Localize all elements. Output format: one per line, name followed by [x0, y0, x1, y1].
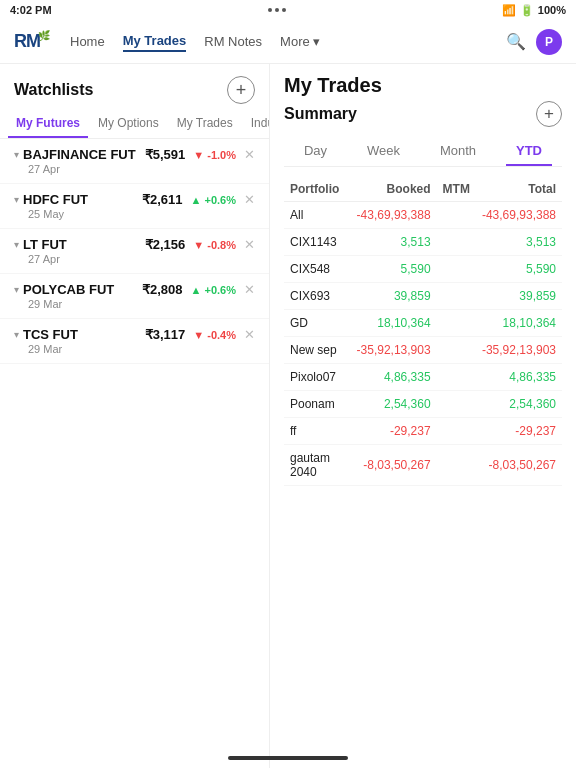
- cell-portfolio: Pixolo07: [284, 364, 351, 391]
- app-logo: RM🌿: [14, 31, 52, 52]
- watchlist-item-remove[interactable]: ✕: [244, 327, 255, 342]
- watchlist-item-change: ▼ -0.4%: [193, 329, 236, 341]
- navbar: RM🌿 Home My Trades RM Notes More ▾ 🔍 P: [0, 20, 576, 64]
- status-time: 4:02 PM: [10, 4, 52, 16]
- cell-mtm: [437, 391, 476, 418]
- table-row[interactable]: GD 18,10,364 18,10,364: [284, 310, 562, 337]
- cell-total: 4,86,335: [476, 364, 562, 391]
- watchlist-item-name: TCS FUT: [23, 327, 78, 342]
- table-row[interactable]: CIX1143 3,513 3,513: [284, 229, 562, 256]
- cell-portfolio: ff: [284, 418, 351, 445]
- watchlist-item-remove[interactable]: ✕: [244, 192, 255, 207]
- watchlist-item-name: LT FUT: [23, 237, 67, 252]
- table-row[interactable]: gautam 2040 -8,03,50,267 -8,03,50,267: [284, 445, 562, 486]
- watchlist-item-name: HDFC FUT: [23, 192, 88, 207]
- nav-my-trades[interactable]: My Trades: [123, 31, 187, 52]
- nav-more[interactable]: More ▾: [280, 32, 320, 51]
- cell-portfolio: Poonam: [284, 391, 351, 418]
- summary-header: Summary +: [284, 101, 562, 127]
- cell-booked: -43,69,93,388: [351, 202, 437, 229]
- cell-total: 18,10,364: [476, 310, 562, 337]
- cell-total: -29,237: [476, 418, 562, 445]
- cell-mtm: [437, 337, 476, 364]
- col-total: Total: [476, 177, 562, 202]
- tab-my-futures[interactable]: My Futures: [8, 110, 88, 138]
- chevron-down-icon: ▾: [14, 329, 19, 340]
- table-row[interactable]: Poonam 2,54,360 2,54,360: [284, 391, 562, 418]
- right-title: My Trades: [284, 74, 562, 97]
- cell-total: 3,513: [476, 229, 562, 256]
- chevron-down-icon: ▾: [14, 194, 19, 205]
- col-booked: Booked: [351, 177, 437, 202]
- cell-mtm: [437, 256, 476, 283]
- cell-mtm: [437, 445, 476, 486]
- period-ytd[interactable]: YTD: [506, 137, 552, 166]
- watchlist-item-remove[interactable]: ✕: [244, 282, 255, 297]
- period-day[interactable]: Day: [294, 137, 337, 166]
- watchlist-item-change: ▼ -1.0%: [193, 149, 236, 161]
- table-row[interactable]: CIX693 39,859 39,859: [284, 283, 562, 310]
- logo-text: RM: [14, 31, 40, 52]
- cell-portfolio: CIX693: [284, 283, 351, 310]
- cell-booked: -29,237: [351, 418, 437, 445]
- cell-total: -43,69,93,388: [476, 202, 562, 229]
- watchlist-item-change: ▼ -0.8%: [193, 239, 236, 251]
- cell-booked: 3,513: [351, 229, 437, 256]
- status-bar: 4:02 PM 📶 🔋 100%: [0, 0, 576, 20]
- table-row[interactable]: ff -29,237 -29,237: [284, 418, 562, 445]
- table-row[interactable]: CIX548 5,590 5,590: [284, 256, 562, 283]
- cell-booked: 39,859: [351, 283, 437, 310]
- watchlist-item-price: ₹2,611: [142, 192, 183, 207]
- list-item[interactable]: ▾ HDFC FUT ₹2,611 ▲ +0.6% ✕ 25 May: [0, 184, 269, 229]
- nav-home[interactable]: Home: [70, 32, 105, 51]
- watchlist-item-price: ₹2,808: [142, 282, 183, 297]
- watchlist-item-date: 29 Mar: [14, 298, 255, 310]
- watchlist-item-name: POLYCAB FUT: [23, 282, 114, 297]
- tab-my-trades[interactable]: My Trades: [169, 110, 241, 138]
- cell-booked: 2,54,360: [351, 391, 437, 418]
- watchlist-item-remove[interactable]: ✕: [244, 147, 255, 162]
- trade-table: Portfolio Booked MTM Total All -43,69,93…: [284, 177, 562, 486]
- avatar[interactable]: P: [536, 29, 562, 55]
- list-item[interactable]: ▾ BAJFINANCE FUT ₹5,591 ▼ -1.0% ✕ 27 Apr: [0, 139, 269, 184]
- cell-booked: -8,03,50,267: [351, 445, 437, 486]
- wifi-icon: 📶: [502, 4, 516, 17]
- watchlist-header: Watchlists +: [0, 64, 269, 110]
- list-item[interactable]: ▾ POLYCAB FUT ₹2,808 ▲ +0.6% ✕ 29 Mar: [0, 274, 269, 319]
- watchlist-item-remove[interactable]: ✕: [244, 237, 255, 252]
- nav-rm-notes[interactable]: RM Notes: [204, 32, 262, 51]
- cell-portfolio: GD: [284, 310, 351, 337]
- watchlist-add-button[interactable]: +: [227, 76, 255, 104]
- nav-right: 🔍 P: [506, 29, 562, 55]
- cell-mtm: [437, 202, 476, 229]
- list-item[interactable]: ▾ TCS FUT ₹3,117 ▼ -0.4% ✕ 29 Mar: [0, 319, 269, 364]
- watchlist-item-price: ₹2,156: [145, 237, 186, 252]
- home-indicator: [228, 756, 348, 760]
- period-month[interactable]: Month: [430, 137, 486, 166]
- period-tabs: Day Week Month YTD: [284, 137, 562, 167]
- watchlist-title: Watchlists: [14, 81, 93, 99]
- period-week[interactable]: Week: [357, 137, 410, 166]
- cell-total: 2,54,360: [476, 391, 562, 418]
- table-row[interactable]: New sep -35,92,13,903 -35,92,13,903: [284, 337, 562, 364]
- cell-total: 39,859: [476, 283, 562, 310]
- tab-industry[interactable]: Industry: [243, 110, 270, 138]
- cell-total: 5,590: [476, 256, 562, 283]
- battery-icon: 🔋: [520, 4, 534, 17]
- summary-add-button[interactable]: +: [536, 101, 562, 127]
- table-row[interactable]: Pixolo07 4,86,335 4,86,335: [284, 364, 562, 391]
- table-row[interactable]: All -43,69,93,388 -43,69,93,388: [284, 202, 562, 229]
- cell-portfolio: CIX1143: [284, 229, 351, 256]
- cell-booked: 4,86,335: [351, 364, 437, 391]
- main-layout: Watchlists + My Futures My Options My Tr…: [0, 64, 576, 768]
- search-icon[interactable]: 🔍: [506, 32, 526, 51]
- cell-portfolio: gautam 2040: [284, 445, 351, 486]
- cell-booked: 5,590: [351, 256, 437, 283]
- nav-items: Home My Trades RM Notes More ▾: [70, 31, 506, 52]
- watchlist-tabs: My Futures My Options My Trades Industry: [0, 110, 269, 139]
- cell-portfolio: New sep: [284, 337, 351, 364]
- chevron-down-icon: ▾: [14, 149, 19, 160]
- list-item[interactable]: ▾ LT FUT ₹2,156 ▼ -0.8% ✕ 27 Apr: [0, 229, 269, 274]
- col-portfolio: Portfolio: [284, 177, 351, 202]
- tab-my-options[interactable]: My Options: [90, 110, 167, 138]
